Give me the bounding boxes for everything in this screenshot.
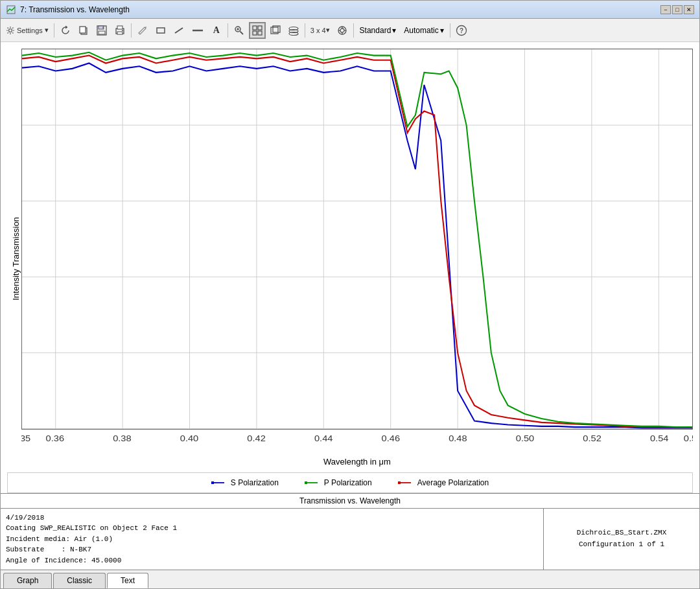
refresh-button[interactable] [57, 22, 74, 39]
legend-s-polarization: S Polarization [211, 478, 279, 487]
y-axis-label: Intensity Transmission [7, 49, 21, 469]
svg-rect-10 [117, 32, 122, 34]
info-angle: Angle of Incidence: 45.0000 [6, 555, 538, 566]
copy-window-button[interactable] [267, 22, 284, 39]
chart-plot[interactable]: 1.0 0.8 0.6 0.4 0.2 0 [21, 49, 693, 430]
svg-text:0.54: 0.54 [650, 433, 669, 443]
sep5 [353, 23, 354, 38]
maximize-button[interactable]: □ [672, 5, 682, 14]
tab-bar: Graph Classic Text [1, 570, 699, 588]
legend-avg-icon [398, 478, 414, 487]
standard-dropdown-button[interactable]: Standard ▾ [356, 24, 400, 37]
chart-container: Intensity Transmission [1, 42, 699, 472]
svg-text:0.38: 0.38 [113, 433, 132, 443]
info-substrate: Substrate : N-BK7 [6, 544, 538, 555]
info-section: Transmission vs. Wavelength 4/19/2018 Co… [1, 493, 699, 570]
layout-chevron: ▾ [326, 26, 330, 34]
svg-text:0.40: 0.40 [180, 433, 199, 443]
refresh-icon [60, 25, 71, 36]
legend-area: S Polarization P Polarization Average Po… [7, 472, 693, 493]
save-image-button[interactable] [93, 22, 110, 39]
svg-text:?: ? [460, 27, 463, 34]
automatic-label: Automatic [404, 26, 438, 35]
standard-label: Standard [360, 26, 391, 35]
info-coating: Coating SWP_REALISTIC on Object 2 Face 1 [6, 523, 538, 534]
chart-svg: 1.0 0.8 0.6 0.4 0.2 0 [22, 49, 692, 429]
sep6 [450, 23, 450, 38]
tab-graph[interactable]: Graph [3, 573, 52, 588]
title-bar: 7: Transmission vs. Wavelength − □ ✕ [1, 1, 699, 19]
rectangle-icon [156, 25, 166, 36]
main-window: 7: Transmission vs. Wavelength − □ ✕ Set… [0, 0, 700, 589]
optimizer-icon [336, 25, 348, 36]
copy-window-icon [270, 25, 281, 36]
optimizer-button[interactable] [334, 22, 351, 39]
legend-avg-label: Average Polarization [417, 478, 489, 487]
legend-p-label: P Polarization [324, 478, 372, 487]
line-icon [174, 25, 184, 36]
svg-text:0.42: 0.42 [247, 433, 265, 443]
sep1 [54, 23, 54, 38]
layers-button[interactable] [285, 22, 302, 39]
draw-button[interactable] [134, 22, 151, 39]
grid-button[interactable] [249, 22, 266, 39]
svg-rect-3 [80, 27, 86, 33]
svg-line-17 [240, 31, 243, 34]
svg-point-32 [340, 29, 344, 32]
svg-rect-21 [258, 26, 262, 30]
chart-area: Intensity Transmission [7, 49, 693, 469]
info-right: Dichroic_BS_Start.ZMXConfiguration 1 of … [544, 509, 699, 570]
x-axis-label: Wavelength in μm [21, 457, 693, 467]
print-icon [115, 25, 125, 36]
svg-rect-73 [211, 481, 214, 484]
zoom-button[interactable] [231, 22, 248, 39]
zoom-icon [234, 25, 244, 36]
dash-button[interactable] [189, 22, 207, 39]
window-controls: − □ ✕ [660, 5, 694, 14]
help-icon: ? [456, 25, 467, 36]
settings-chevron: ▾ [45, 26, 49, 34]
print-button[interactable] [111, 22, 128, 39]
settings-icon [6, 26, 15, 35]
svg-rect-22 [253, 31, 257, 35]
layers-icon [288, 25, 299, 36]
info-title: Transmission vs. Wavelength [1, 494, 699, 509]
settings-dropdown-button[interactable]: Settings ▾ [3, 22, 51, 39]
svg-rect-75 [305, 481, 307, 484]
copy-button[interactable] [75, 22, 92, 39]
svg-text:0.46: 0.46 [382, 433, 401, 443]
svg-rect-77 [398, 481, 401, 484]
tab-classic[interactable]: Classic [53, 573, 106, 588]
window-title: 7: Transmission vs. Wavelength [20, 5, 660, 14]
copy-icon [78, 25, 89, 36]
line-button[interactable] [170, 22, 187, 39]
legend-p-polarization: P Polarization [305, 478, 372, 487]
legend-p-icon [305, 478, 320, 487]
text-tool-button[interactable]: A [208, 22, 225, 39]
pencil-icon [137, 25, 148, 36]
svg-text:0.35: 0.35 [21, 433, 31, 443]
help-button[interactable]: ? [453, 22, 470, 39]
minimize-button[interactable]: − [660, 5, 671, 14]
automatic-chevron: ▾ [440, 26, 444, 35]
svg-text:0.52: 0.52 [583, 433, 601, 443]
svg-point-1 [9, 29, 12, 32]
rectangle-button[interactable] [152, 22, 169, 39]
svg-text:0.48: 0.48 [449, 433, 467, 443]
tab-text[interactable]: Text [107, 573, 148, 588]
svg-rect-23 [258, 31, 262, 35]
svg-rect-13 [157, 28, 165, 33]
sep4 [305, 23, 305, 38]
info-incident: Incident media: Air (1.0) [6, 534, 538, 545]
info-left: 4/19/2018 Coating SWP_REALISTIC on Objec… [1, 509, 544, 570]
window-icon [6, 5, 16, 15]
automatic-dropdown-button[interactable]: Automatic ▾ [401, 24, 447, 37]
svg-rect-6 [99, 31, 105, 34]
layout-button[interactable]: 3 x 4 ▾ [308, 22, 332, 39]
svg-text:0.50: 0.50 [516, 433, 535, 443]
svg-text:0.55: 0.55 [684, 433, 693, 443]
close-button[interactable]: ✕ [684, 5, 694, 14]
sep2 [131, 23, 132, 38]
legend-s-label: S Polarization [231, 478, 279, 487]
dash-icon [191, 25, 204, 36]
